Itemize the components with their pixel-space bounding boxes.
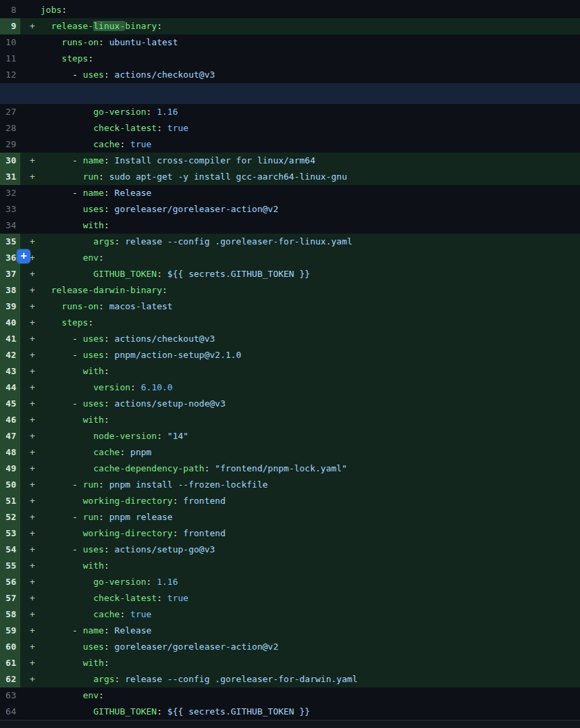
diff-line-59: 59+ - name: Release [0, 623, 580, 639]
diff-marker: + [20, 558, 41, 574]
line-number[interactable]: 9 [0, 18, 20, 34]
line-number[interactable]: 10 [0, 34, 20, 51]
diff-marker: + [20, 234, 41, 250]
line-number[interactable]: 35 [0, 234, 20, 250]
code-text: with: [41, 363, 580, 380]
code-text: jobs: [41, 2, 580, 18]
line-number[interactable]: 47 [0, 428, 20, 444]
code-text: env: [41, 687, 580, 704]
line-number[interactable]: 52 [0, 509, 20, 525]
diff-line-9: 9+ release-linux-binary: [0, 18, 580, 34]
code-text: working-directory: frontend [41, 493, 580, 509]
code-text: check-latest: true [41, 590, 580, 606]
diff-code-area: 8jobs:9+ release-linux-binary:10 runs-on… [0, 0, 580, 720]
line-number[interactable]: 34 [0, 217, 20, 234]
line-number[interactable]: 32 [0, 185, 20, 201]
diff-line-58: 58+ cache: true [0, 606, 580, 623]
line-number[interactable]: 12 [0, 67, 20, 83]
line-number[interactable]: 62 [0, 671, 20, 687]
line-number[interactable]: 42 [0, 347, 20, 363]
code-text: release-linux-binary: [41, 18, 580, 34]
code-text: go-version: 1.16 [41, 104, 580, 120]
line-number[interactable]: 37 [0, 266, 20, 282]
line-number[interactable]: 28 [0, 120, 20, 136]
code-text: - name: Release [41, 623, 580, 639]
line-number[interactable]: 49 [0, 461, 20, 477]
diff-marker [20, 687, 41, 704]
diff-line-50: 50+ - run: pnpm install --frozen-lockfil… [0, 477, 580, 493]
diff-marker: + [20, 606, 41, 623]
add-comment-button[interactable]: + [17, 249, 30, 263]
diff-marker: + [20, 623, 41, 639]
line-number[interactable]: 33 [0, 201, 20, 217]
code-text: version: 6.10.0 [41, 380, 580, 396]
diff-line-52: 52+ - run: pnpm release [0, 509, 580, 525]
diff-line-10: 10 runs-on: ubuntu-latest [0, 34, 580, 51]
line-number[interactable]: 40 [0, 315, 20, 331]
diff-line-46: 46+ with: [0, 412, 580, 428]
line-number[interactable]: 11 [0, 51, 20, 67]
diff-marker: + [20, 412, 41, 428]
diff-line-38: 38+ release-darwin-binary: [0, 282, 580, 298]
code-text: working-directory: frontend [41, 525, 580, 542]
line-number[interactable]: 64 [0, 704, 20, 720]
line-number[interactable]: 46 [0, 412, 20, 428]
diff-line-31: 31+ run: sudo apt-get -y install gcc-aar… [0, 169, 580, 185]
line-number[interactable]: 56 [0, 574, 20, 590]
diff-line-30: 30+ - name: Install cross-compiler for l… [0, 153, 580, 169]
diff-line-11: 11 steps: [0, 51, 580, 67]
line-number[interactable]: 38 [0, 282, 20, 298]
diff-marker: + [20, 347, 41, 363]
diff-line-60: 60+ uses: goreleaser/goreleaser-action@v… [0, 639, 580, 655]
line-number[interactable]: 61 [0, 655, 20, 671]
diff-line-62: 62+ args: release --config .goreleaser-f… [0, 671, 580, 687]
line-number[interactable]: 55 [0, 558, 20, 574]
line-number[interactable]: 8 [0, 2, 20, 18]
line-number[interactable]: 54 [0, 542, 20, 558]
line-number[interactable]: 60 [0, 639, 20, 655]
diff-marker: + [20, 525, 41, 542]
line-number[interactable]: 57 [0, 590, 20, 606]
line-number[interactable]: 41 [0, 331, 20, 347]
diff-marker: + [20, 461, 41, 477]
diff-marker [20, 104, 41, 120]
line-number[interactable]: 59 [0, 623, 20, 639]
diff-marker [20, 704, 41, 720]
diff-line-53: 53+ working-directory: frontend [0, 525, 580, 542]
diff-marker: + [20, 655, 41, 671]
line-number[interactable]: 58 [0, 606, 20, 623]
diff-line-55: 55+ with: [0, 558, 580, 574]
diff-marker: + [20, 396, 41, 412]
code-text: uses: goreleaser/goreleaser-action@v2 [41, 201, 580, 217]
code-text: - run: pnpm install --frozen-lockfile [41, 477, 580, 493]
diff-marker [20, 34, 41, 51]
line-number[interactable]: 39 [0, 298, 20, 315]
expand-hunk-row[interactable] [0, 83, 580, 104]
code-text: - uses: pnpm/action-setup@v2.1.0 [41, 347, 580, 363]
line-number[interactable]: 53 [0, 525, 20, 542]
diff-marker: + [20, 380, 41, 396]
diff-line-44: 44+ version: 6.10.0 [0, 380, 580, 396]
diff-line-33: 33 uses: goreleaser/goreleaser-action@v2 [0, 201, 580, 217]
line-number[interactable]: 27 [0, 104, 20, 120]
diff-line-47: 47+ node-version: "14" [0, 428, 580, 444]
diff-marker: + [20, 444, 41, 461]
diff-line-35: 35+ args: release --config .goreleaser-f… [0, 234, 580, 250]
diff-marker: + [20, 315, 41, 331]
line-number[interactable]: 63 [0, 687, 20, 704]
line-number[interactable]: 45 [0, 396, 20, 412]
line-number[interactable]: 51 [0, 493, 20, 509]
diff-marker: + [20, 509, 41, 525]
diff-marker: + [20, 639, 41, 655]
line-number[interactable]: 50 [0, 477, 20, 493]
line-number[interactable]: 31 [0, 169, 20, 185]
diff-marker: + [20, 493, 41, 509]
line-number[interactable]: 29 [0, 136, 20, 153]
line-number[interactable]: 43 [0, 363, 20, 380]
line-number[interactable]: 48 [0, 444, 20, 461]
diff-marker: + [20, 298, 41, 315]
line-number[interactable]: 30 [0, 153, 20, 169]
diff-line-39: 39+ runs-on: macos-latest [0, 298, 580, 315]
line-number[interactable]: 44 [0, 380, 20, 396]
diff-line-64: 64 GITHUB_TOKEN: ${{ secrets.GITHUB_TOKE… [0, 704, 580, 720]
